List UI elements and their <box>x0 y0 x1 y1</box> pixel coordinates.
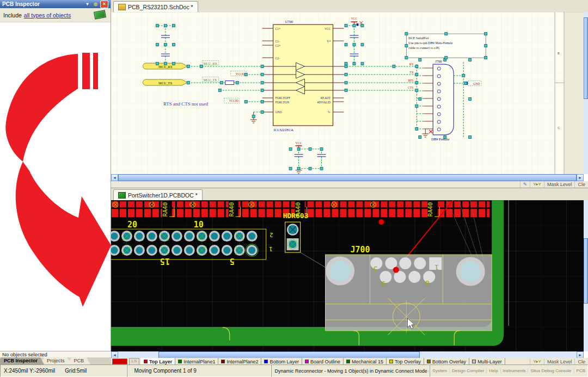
port-label: MCU_TX <box>158 82 173 85</box>
db9-type-label: DB9 Female <box>431 137 449 141</box>
svg-text:VCCIO: VCCIO <box>236 72 245 76</box>
svg-text:RX: RX <box>409 63 414 66</box>
pcb-tabstrip: PortSwitcher1D.PCBDOC * <box>111 188 588 201</box>
inspector-title: PCB Inspector <box>2 1 40 7</box>
layer-color-icon <box>427 360 431 363</box>
pin-label: FORCEOFF <box>275 96 291 100</box>
menu-help[interactable]: Help <box>486 368 500 373</box>
svg-text:RA40: RA40 <box>427 202 434 217</box>
rts-cts-annotation: RTS and CTS not used <box>163 101 209 107</box>
svg-text:MCU_TX: MCU_TX <box>204 78 217 82</box>
include-row: Include all types of objects <box>0 8 111 22</box>
layer-color-icon <box>305 360 309 363</box>
red-dot <box>393 267 399 273</box>
layer-color-icon <box>472 360 476 363</box>
sheet-zone-bottom: C <box>558 126 560 129</box>
grid-setting: Grid:5mil <box>65 368 87 374</box>
schematic-editor-pane: PCB_RS2321D.SchDoc * B C <box>111 0 588 188</box>
scroll-left-icon[interactable]: ◄ <box>111 174 118 181</box>
filter-icons[interactable]: Y▸Y <box>530 359 544 365</box>
tab-pcb-inspector[interactable]: PCB Inspector <box>0 357 44 364</box>
scroll-right-icon[interactable]: ► <box>577 174 584 181</box>
svg-text:RA40: RA40 <box>228 202 235 217</box>
ic-u700[interactable]: U700 ICL3221ECA C1+ C1- <box>262 20 344 132</box>
note-line: DCE SerialPort <box>408 36 429 40</box>
menu-system[interactable]: System <box>430 368 449 373</box>
tab-pcb[interactable]: PCB <box>68 357 91 364</box>
clear-button[interactable]: Cle <box>574 181 588 188</box>
edit-pencil-icon[interactable]: ✎ <box>520 181 530 188</box>
svg-text:5: 5 <box>230 256 235 266</box>
layer-color-icon <box>264 360 268 363</box>
clear-button[interactable]: Cle <box>574 359 588 365</box>
note-line: Use pin-to-pin DB9 Male-Female <box>408 41 452 45</box>
menu-instruments[interactable]: Instruments <box>500 368 528 373</box>
chevron-down-icon[interactable]: ▾ <box>84 1 91 8</box>
schematic-canvas[interactable]: B C U700 ICL3221ECA <box>111 12 584 174</box>
status-coordinates: X:2450mil Y:-2960mil Grid:5mil <box>0 364 127 377</box>
pcb-inspector-panel: PCB Inspector ▾ ◎ × Include all types of… <box>0 0 111 364</box>
current-layer-swatch[interactable] <box>112 359 127 364</box>
pin-label: C2- <box>275 57 280 60</box>
layer-color-icon <box>346 360 350 363</box>
status-menus: System Design Compiler Help Instruments … <box>430 364 588 377</box>
svg-text:1: 1 <box>269 245 273 252</box>
pcb-editor-pane: PortSwitcher1D.PCBDOC * <box>111 188 588 365</box>
db9-designator: J700 <box>435 59 442 63</box>
close-icon[interactable]: × <box>100 1 108 8</box>
svg-text:VCC: VCC <box>351 17 358 20</box>
pin-label: C1+ <box>275 27 281 30</box>
pin-label: C2+ <box>275 44 281 47</box>
note-line: cable to connect to a PC <box>408 46 440 50</box>
pcb-vscrollbar[interactable] <box>584 200 588 351</box>
pcb-doc-tab-label: PortSwitcher1D.PCBDOC * <box>128 192 198 199</box>
schematic-tabstrip: PCB_RS2321D.SchDoc * <box>111 0 588 13</box>
svg-text:1: 1 <box>434 263 439 271</box>
mask-level-button[interactable]: Mask Level <box>544 181 575 188</box>
pin-label: #INVALID <box>317 101 331 104</box>
resistor[interactable] <box>225 81 234 85</box>
menu-design-compiler[interactable]: Design Compiler <box>449 368 486 373</box>
pin-icon[interactable]: ◎ <box>92 1 99 8</box>
layer-color-icon <box>389 360 393 363</box>
pcb-doc-icon <box>118 192 126 199</box>
pcb-doc-tab[interactable]: PortSwitcher1D.PCBDOC * <box>113 189 203 200</box>
layer-color-icon <box>221 360 225 363</box>
schematic-hscrollbar[interactable]: ◄ ► <box>111 174 584 181</box>
svg-text:VCCIO: VCCIO <box>229 99 238 102</box>
port-mcu-tx[interactable]: MCU_TX <box>143 79 187 85</box>
schematic-doc-tab[interactable]: PCB_RS2321D.SchDoc * <box>113 1 198 12</box>
svg-text:MCU_RX: MCU_RX <box>204 62 218 65</box>
svg-text:TX: TX <box>409 71 413 74</box>
svg-text:VCC: VCC <box>295 141 302 145</box>
include-label: Include <box>3 12 22 18</box>
status-moving: Moving Component 1 of 9 <box>127 364 271 377</box>
pcb-chip-icon <box>94 10 106 19</box>
menu-pcb[interactable]: PCB <box>574 368 587 373</box>
pin-label: V- <box>328 110 330 114</box>
pcb-canvas[interactable]: RA40 RA40 RA40 RA40 <box>111 200 584 351</box>
layer-color-icon <box>178 360 182 363</box>
ic-part-number: ICL3221ECA <box>274 128 294 132</box>
svg-text:20: 20 <box>127 220 137 230</box>
text-note[interactable]: DCE SerialPort Use pin-to-pin DB9 Male-F… <box>406 34 486 58</box>
svg-text:2: 2 <box>270 231 273 238</box>
schematic-doc-tab-label: PCB_RS2321D.SchDoc * <box>128 4 193 10</box>
red-dot <box>378 219 384 225</box>
svg-text:GND: GND <box>473 82 480 85</box>
sheet-outside <box>564 12 584 174</box>
svg-text:RA40: RA40 <box>162 202 169 217</box>
status-mode: Dynamic Reconnector - Moving 1 Object(s)… <box>271 364 430 377</box>
filter-icons[interactable]: Y▸Y <box>530 181 544 188</box>
inspector-titlebar[interactable]: PCB Inspector ▾ ◎ × <box>0 0 111 8</box>
menu-situs-debug-console[interactable]: Situs Debug Console <box>528 368 573 373</box>
mask-level-button[interactable]: Mask Level <box>544 359 575 365</box>
layer-color-icon <box>144 360 148 363</box>
j700-component[interactable]: J700 5 1 <box>326 245 492 331</box>
port-label: MCU_RX <box>158 65 173 69</box>
tab-projects[interactable]: Projects <box>40 357 71 364</box>
svg-text:15: 15 <box>160 256 170 266</box>
include-objects-link[interactable]: all types of objects <box>24 12 71 18</box>
schematic-doc-icon <box>118 4 126 10</box>
schematic-vscrollbar[interactable] <box>584 12 588 174</box>
